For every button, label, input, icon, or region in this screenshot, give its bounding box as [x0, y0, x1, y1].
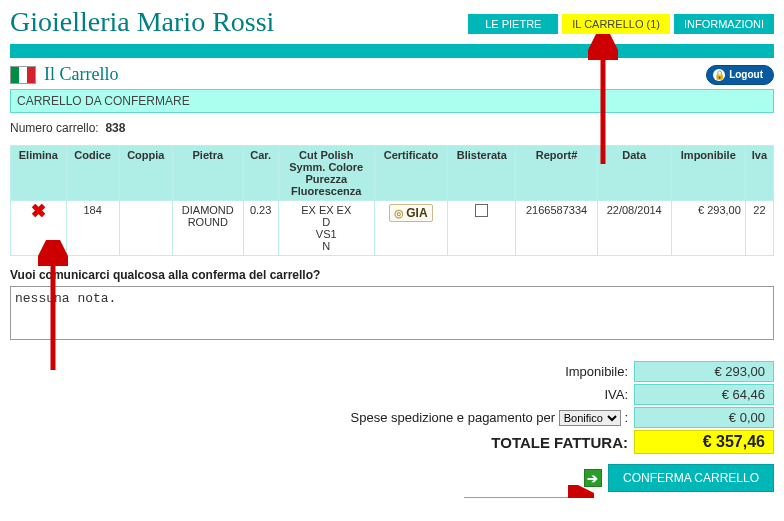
nav-tab-pietre[interactable]: LE PIETRE: [468, 14, 558, 34]
confirm-cart-button[interactable]: CONFERMA CARRELLO: [608, 464, 774, 492]
th-car: Car.: [243, 146, 278, 201]
delete-row-icon[interactable]: ✖: [31, 201, 46, 221]
cart-number-label: Numero carrello:: [10, 121, 99, 135]
site-title: Gioielleria Mario Rossi: [10, 6, 274, 42]
nav-tab-informazioni[interactable]: INFORMAZIONI: [674, 14, 774, 34]
totals-iva-label: IVA:: [604, 387, 632, 402]
th-imponibile: Imponibile: [671, 146, 745, 201]
totals-spese-value: € 0,00: [634, 407, 774, 428]
page-title: Il Carrello: [44, 64, 118, 85]
note-label: Vuoi comunicarci qualcosa alla conferma …: [10, 268, 774, 282]
th-cut: Cut Polish Symm. Colore Purezza Fluoresc…: [278, 146, 374, 201]
cell-blisterata: [448, 201, 516, 256]
totals-block: Imponibile: € 293,00 IVA: € 64,46 Spese …: [10, 361, 774, 454]
logout-label: Logout: [729, 69, 763, 80]
table-row: ✖ 184 DIAMOND ROUND 0.23 EX EX EX D VS1 …: [11, 201, 774, 256]
payment-method-select[interactable]: Bonifico: [559, 410, 621, 426]
th-data: Data: [597, 146, 671, 201]
cell-certificato: ◎ GIA: [374, 201, 447, 256]
cell-iva: 22: [745, 201, 773, 256]
nav-tab-carrello[interactable]: IL CARRELLO (1): [562, 14, 670, 34]
totals-fattura-label: TOTALE FATTURA:: [491, 434, 632, 451]
note-textarea[interactable]: [10, 286, 774, 340]
cart-table: Elimina Codice Coppia Pietra Car. Cut Po…: [10, 145, 774, 256]
italy-flag-icon: [10, 66, 36, 84]
cell-cut: EX EX EX D VS1 N: [278, 201, 374, 256]
header-divider: [10, 44, 774, 58]
totals-iva-value: € 64,46: [634, 384, 774, 405]
th-certificato: Certificato: [374, 146, 447, 201]
totals-fattura-value: € 357,46: [634, 430, 774, 454]
cell-report: 2166587334: [516, 201, 597, 256]
gia-badge: ◎ GIA: [389, 204, 432, 222]
th-coppia: Coppia: [119, 146, 173, 201]
th-iva: Iva: [745, 146, 773, 201]
th-blisterata: Blisterata: [448, 146, 516, 201]
cell-imponibile: € 293,00: [671, 201, 745, 256]
cart-number-value: 838: [105, 121, 125, 135]
nav-tabs: LE PIETRE IL CARRELLO (1) INFORMAZIONI: [468, 14, 774, 34]
blisterata-checkbox[interactable]: [475, 204, 488, 217]
cell-coppia: [119, 201, 173, 256]
arrow-right-icon: ➔: [584, 469, 602, 487]
cell-pietra: DIAMOND ROUND: [173, 201, 244, 256]
totals-spese-label: Spese spedizione e pagamento per Bonific…: [351, 410, 632, 426]
cell-codice: 184: [66, 201, 119, 256]
logout-button[interactable]: 🔒 Logout: [706, 65, 774, 85]
th-pietra: Pietra: [173, 146, 244, 201]
totals-imponibile-value: € 293,00: [634, 361, 774, 382]
cell-data: 22/08/2014: [597, 201, 671, 256]
lock-icon: 🔒: [713, 69, 725, 81]
gia-seal-icon: ◎: [394, 207, 404, 220]
th-elimina: Elimina: [11, 146, 67, 201]
section-subheader: CARRELLO DA CONFERMARE: [10, 89, 774, 113]
th-report: Report#: [516, 146, 597, 201]
th-codice: Codice: [66, 146, 119, 201]
cell-car: 0.23: [243, 201, 278, 256]
totals-imponibile-label: Imponibile:: [565, 364, 632, 379]
